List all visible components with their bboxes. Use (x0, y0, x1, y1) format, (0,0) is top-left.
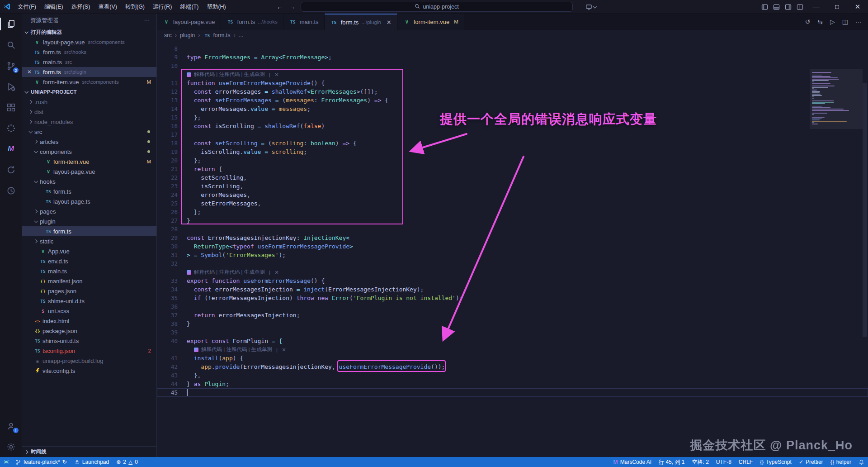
close-icon[interactable]: ✕ (26, 69, 33, 75)
close-button[interactable]: ✕ (847, 0, 868, 14)
menu-item[interactable]: 选择(S) (67, 0, 94, 14)
status-encoding[interactable]: UTF-8 (712, 457, 735, 467)
menu-item[interactable]: 终端(T) (176, 0, 203, 14)
status-helper[interactable]: {}helper (827, 457, 855, 467)
codelens-actions[interactable]: 解释代码 | 注释代码 | 生成单测 | ✕ (194, 346, 286, 353)
split-editor-icon[interactable]: ◫ (842, 18, 848, 25)
activity-search[interactable] (0, 34, 22, 55)
explorer-more-actions-icon[interactable]: ⋯ (144, 17, 151, 24)
chevron-down-icon[interactable] (32, 180, 39, 183)
status-eol[interactable]: CRLF (735, 457, 756, 467)
tree-item[interactable]: node_modules (22, 117, 156, 127)
editor-tab[interactable]: TSform.ts...\hooks (221, 14, 283, 30)
status-marscode-ai[interactable]: MMarsCode AI (610, 457, 655, 467)
command-center-search[interactable]: uniapp-project (301, 2, 573, 12)
activity-remote-explorer[interactable] (0, 118, 22, 138)
codelens-label[interactable]: 解释代码 | 注释代码 | 生成单测 (194, 71, 265, 78)
status-indentation[interactable]: 空格: 2 (688, 457, 712, 467)
activity-run-debug[interactable] (0, 76, 22, 97)
codelens-close-icon[interactable]: ✕ (274, 269, 279, 276)
open-editor-item[interactable]: Vform-item.vuesrc\componentsM (22, 77, 156, 87)
codelens-close-icon[interactable]: ✕ (274, 71, 279, 78)
codelens-actions[interactable]: 解释代码 | 注释代码 | 生成单测 | ✕ (187, 269, 279, 276)
back-arrow-icon[interactable]: ← (277, 3, 283, 10)
tree-item[interactable]: .rush (22, 97, 156, 107)
menu-item[interactable]: 运行(R) (149, 0, 176, 14)
tree-item[interactable]: TSform.ts (22, 226, 156, 236)
tree-item[interactable]: dist (22, 107, 156, 117)
scrollbar-thumb[interactable] (863, 83, 867, 337)
codelens-label[interactable]: 解释代码 | 注释代码 | 生成单测 (201, 346, 272, 353)
breadcrumb-item[interactable]: plugin (180, 32, 195, 38)
chevron-down-icon[interactable] (32, 220, 39, 223)
status-language-mode[interactable]: {}TypeScript (756, 457, 795, 467)
open-editor-item[interactable]: Vlayout-page.vuesrc\components (22, 37, 156, 47)
tree-item[interactable]: {}pages.json (22, 286, 156, 296)
chevron-right-icon[interactable] (32, 240, 39, 243)
tree-item[interactable]: ≡uniapp-project.build.log (22, 356, 156, 366)
toggle-secondary-sidebar-icon[interactable] (782, 0, 794, 14)
activity-explorer[interactable] (0, 14, 22, 34)
codelens-label[interactable]: 解释代码 | 注释代码 | 生成单测 (194, 269, 265, 276)
tree-item[interactable]: articles (22, 137, 156, 147)
editor-scrollbar[interactable] (862, 68, 868, 457)
tree-item[interactable]: TSshims-uni.d.ts (22, 336, 156, 346)
status-prettier[interactable]: ✓Prettier (795, 457, 827, 467)
chevron-right-icon[interactable] (32, 140, 39, 143)
tree-item[interactable]: vite.config.ts (22, 366, 156, 376)
editor-tab[interactable]: Vlayout-page.vue (157, 14, 221, 30)
status-cursor-position[interactable]: 行 45, 列 1 (655, 457, 688, 467)
tree-item[interactable]: plugin (22, 216, 156, 226)
minimize-button[interactable]: — (806, 0, 826, 14)
activity-extensions[interactable] (0, 97, 22, 118)
menu-item[interactable]: 转到(G) (121, 0, 149, 14)
tree-item[interactable]: TSenv.d.ts (22, 256, 156, 266)
breadcrumb-item[interactable]: TSform.ts (203, 32, 230, 39)
chevron-right-icon[interactable] (32, 210, 39, 213)
tree-item[interactable]: components (22, 147, 156, 157)
codelens-close-icon[interactable]: ✕ (282, 347, 286, 353)
tree-item[interactable]: src (22, 127, 156, 137)
editor-tab[interactable]: Vform-item.vueM (397, 14, 464, 30)
tree-item[interactable]: TSform.ts (22, 186, 156, 196)
status-branch-status[interactable]: feature-planck*↻ (12, 457, 71, 467)
maximize-button[interactable] (826, 0, 847, 14)
open-editor-item[interactable]: TSmain.tssrc (22, 57, 156, 67)
tree-item[interactable]: TSshime-uni.d.ts (22, 296, 156, 306)
codelens-actions[interactable]: 解释代码 | 注释代码 | 生成单测 | ✕ (187, 71, 279, 78)
menu-item[interactable]: 编辑(E) (40, 0, 67, 14)
forward-arrow-icon[interactable]: → (289, 3, 296, 10)
activity-refresh-view[interactable] (0, 159, 22, 180)
open-editor-item[interactable]: TSform.tssrc\hooks (22, 47, 156, 57)
minimap[interactable] (812, 71, 861, 126)
tree-item[interactable]: TSmain.ts (22, 266, 156, 276)
tree-item[interactable]: TStsconfig.json2 (22, 346, 156, 356)
editor-tab[interactable]: TSmain.ts (283, 14, 325, 30)
tree-item[interactable]: <>index.html (22, 316, 156, 326)
tree-item[interactable]: TSlayout-page.ts (22, 196, 156, 206)
editor-tab[interactable]: TSform.ts...\plugin✕ (325, 14, 397, 30)
tree-item[interactable]: {}package.json (22, 326, 156, 336)
breadcrumb-item[interactable]: ... (239, 32, 243, 38)
chevron-down-icon[interactable] (32, 150, 39, 153)
open-editors-header[interactable]: 打开的编辑器 (22, 27, 156, 37)
project-header[interactable]: UNIAPP-PROJECT (22, 87, 156, 97)
run-file-icon[interactable]: ▷ (830, 18, 835, 25)
timeline-history-icon[interactable]: ↺ (805, 18, 811, 25)
chevron-right-icon[interactable] (27, 110, 33, 113)
activity-settings[interactable] (0, 436, 22, 457)
menu-item[interactable]: 帮助(H) (203, 0, 230, 14)
toggle-sidebar-icon[interactable] (759, 0, 770, 14)
activity-source-control[interactable]: 2 (0, 55, 22, 76)
timeline-header[interactable]: 时间线 (22, 446, 156, 457)
activity-timeline-view[interactable] (0, 180, 22, 201)
toggle-panel-icon[interactable] (770, 0, 782, 14)
tree-item[interactable]: pages (22, 206, 156, 216)
chevron-right-icon[interactable] (27, 100, 33, 103)
activity-marscode-ai[interactable]: M (0, 138, 22, 159)
customize-layout-icon[interactable] (794, 0, 806, 14)
more-actions-icon[interactable]: ⋯ (855, 18, 862, 25)
chevron-down-icon[interactable] (27, 130, 33, 133)
close-icon[interactable]: ✕ (387, 19, 392, 26)
menu-item[interactable]: 文件(F) (14, 0, 40, 14)
